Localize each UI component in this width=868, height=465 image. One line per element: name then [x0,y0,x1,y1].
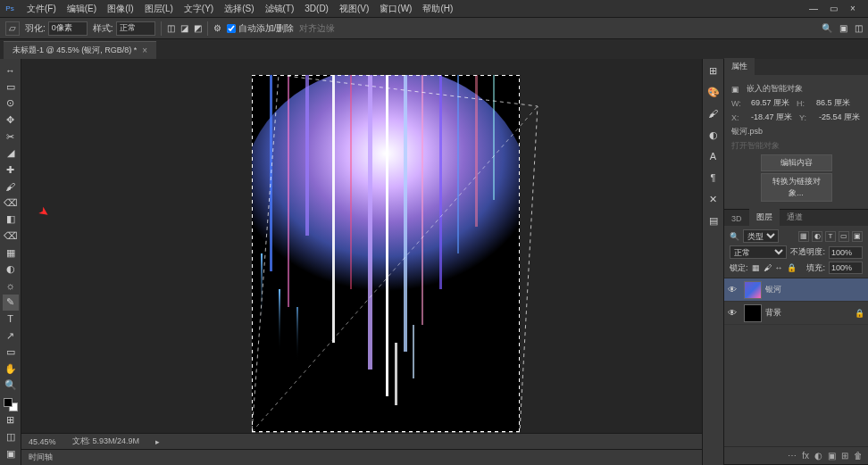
lock-transparent-icon[interactable]: ▦ [752,263,760,272]
filter-adjust-icon[interactable]: ◐ [812,231,822,242]
close-button[interactable]: × [847,3,859,15]
fill-input[interactable] [829,262,863,274]
brushes-panel-icon[interactable]: 🖌 [705,105,722,121]
foreground-color[interactable] [4,398,13,407]
pen-tool[interactable]: ✎ [3,295,19,311]
eraser-tool[interactable]: ⌫ [3,228,19,245]
zoom-tool[interactable]: 🔍 [3,378,19,394]
menu-layer[interactable]: 图层(L) [139,1,179,17]
h-value[interactable]: 86.5 厘米 [816,97,850,109]
history-panel-icon[interactable]: ⊞ [705,62,722,79]
3d-panel-icon[interactable]: ✕ [705,191,722,207]
zoom-level[interactable]: 45.45% [29,437,56,446]
layer-thumbnail[interactable] [744,304,762,322]
menu-select[interactable]: 选择(S) [219,1,259,17]
type-tool[interactable]: T [3,311,19,328]
adjustments-panel-icon[interactable]: ◐ [705,127,722,143]
layer-name[interactable]: 背景 [765,307,851,319]
color-swatch[interactable] [4,398,18,412]
lock-position-icon[interactable]: ↔ [775,263,783,272]
dodge-tool[interactable]: ☼ [3,278,19,295]
document-tab[interactable]: 未标题-1 @ 45.5% (银河, RGB/8) * × [4,41,156,59]
mode-icon-2[interactable]: ◪ [180,23,188,33]
canvas-viewport[interactable]: ➤ [21,59,702,433]
menu-view[interactable]: 视图(V) [334,1,374,17]
menu-file[interactable]: 文件(F) [21,1,62,17]
search-icon[interactable]: 🔍 [822,23,832,33]
timeline-panel[interactable]: 时间轴 [21,449,702,465]
feather-input[interactable] [48,21,88,36]
character-panel-icon[interactable]: A [705,148,722,164]
menu-type[interactable]: 文字(Y) [179,1,219,17]
visibility-toggle[interactable]: 👁 [728,285,740,295]
tab-3d[interactable]: 3D [724,212,749,226]
lock-all-icon[interactable]: 🔒 [787,263,797,272]
screen-mode[interactable]: ▣ [3,445,19,461]
visibility-toggle[interactable]: 👁 [728,308,740,318]
history-brush-tool[interactable]: ◧ [3,212,19,228]
hand-tool[interactable]: ✋ [3,361,19,377]
heal-tool[interactable]: ✚ [3,162,19,178]
gear-icon[interactable]: ⚙ [213,23,221,33]
new-layer-icon[interactable]: ⊞ [841,451,848,461]
menu-3d[interactable]: 3D(D) [299,2,334,15]
layer-name[interactable]: 银河 [765,284,864,295]
layer-row[interactable]: 👁 银河 [724,278,868,302]
filter-smart-icon[interactable]: ▣ [852,231,863,242]
lock-paint-icon[interactable]: 🖌 [764,263,772,272]
w-value[interactable]: 69.57 厘米 [751,97,789,109]
mask-icon[interactable]: ◐ [814,451,822,461]
share-icon[interactable]: ▣ [839,23,847,33]
link-layers-icon[interactable]: ⋯ [788,451,797,461]
y-value[interactable]: -25.54 厘米 [819,112,860,123]
auto-add-checkbox[interactable] [227,24,236,33]
eyedropper-tool[interactable]: ◢ [3,145,19,162]
menu-window[interactable]: 窗口(W) [374,1,417,17]
delete-layer-icon[interactable]: 🗑 [854,451,863,461]
mode-icon-1[interactable]: ◫ [167,23,175,33]
marquee-tool[interactable]: ▭ [3,79,19,95]
blend-mode-select[interactable]: 正常 [730,245,787,259]
wand-tool[interactable]: ✥ [3,112,19,129]
tab-layers[interactable]: 图层 [749,209,780,226]
adjustment-layer-icon[interactable]: ▣ [828,451,836,461]
tab-channels[interactable]: 通道 [780,209,810,226]
current-tool-icon[interactable]: ▱ [5,21,20,36]
menu-filter[interactable]: 滤镜(T) [260,1,300,17]
x-value[interactable]: -18.47 厘米 [751,112,792,123]
menu-edit[interactable]: 编辑(E) [62,1,102,17]
menu-help[interactable]: 帮助(H) [417,1,458,17]
filter-pixel-icon[interactable]: ▦ [798,231,809,242]
edit-toolbar[interactable]: ⊞ [3,412,19,428]
path-tool[interactable]: ↗ [3,328,19,344]
move-tool[interactable]: ↔ [3,62,19,79]
style-select[interactable] [116,21,155,36]
filter-icon[interactable]: 🔍 [730,232,739,241]
color-panel-icon[interactable]: 🎨 [705,84,722,100]
filter-type-icon[interactable]: T [825,231,836,242]
brush-tool[interactable]: 🖌 [3,179,19,195]
layer-thumbnail[interactable] [744,281,762,299]
edit-contents-button[interactable]: 编辑内容 [761,154,832,171]
filter-shape-icon[interactable]: ▭ [839,231,849,242]
quick-mask[interactable]: ◫ [3,429,19,445]
blur-tool[interactable]: ◐ [3,262,19,278]
minimize-button[interactable]: — [807,3,820,15]
shape-tool[interactable]: ▭ [3,345,19,361]
stamp-tool[interactable]: ⌫ [3,195,19,212]
gradient-tool[interactable]: ▦ [3,245,19,261]
crop-tool[interactable]: ✂ [3,129,19,145]
maximize-button[interactable]: ▭ [827,3,839,15]
status-caret-icon[interactable]: ▸ [155,437,160,446]
layer-row[interactable]: 👁 背景 🔒 [724,302,868,325]
paragraph-panel-icon[interactable]: ¶ [705,170,722,186]
properties-tab[interactable]: 属性 [724,58,755,75]
arrange-icon[interactable]: ◫ [855,23,863,33]
kind-filter[interactable]: 类型 [743,229,779,243]
tab-close-icon[interactable]: × [142,46,147,55]
opacity-input[interactable] [829,246,863,259]
mode-icon-3[interactable]: ◩ [194,23,202,33]
fx-icon[interactable]: fx [802,451,809,461]
menu-image[interactable]: 图像(I) [102,1,138,17]
convert-linked-button[interactable]: 转换为链接对象... [761,173,832,202]
